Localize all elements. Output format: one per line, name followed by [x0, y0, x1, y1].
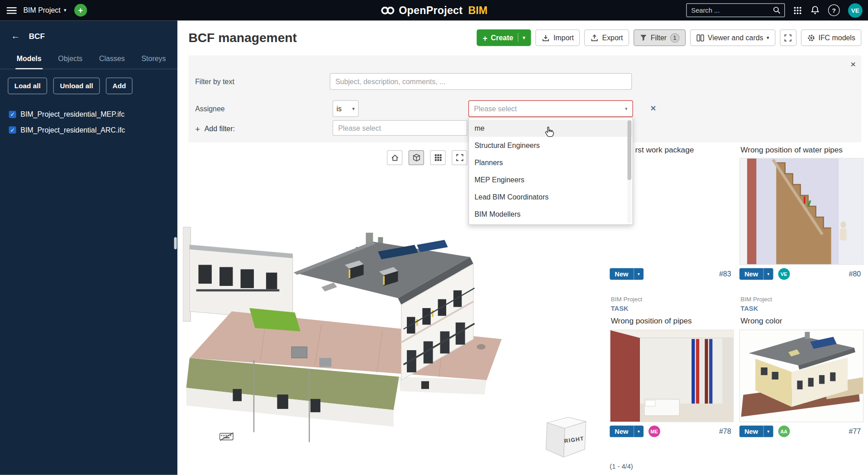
status-button[interactable]: New ▾: [739, 426, 773, 437]
fullscreen-icon: [784, 33, 792, 42]
work-package-id[interactable]: #83: [719, 270, 733, 278]
main-content: BCF management + Create ▾ Import: [177, 20, 868, 475]
list-item[interactable]: ✓ BIM_Project_residential_ARC.ifc: [9, 126, 169, 134]
grid-view-button[interactable]: [430, 150, 445, 165]
dropdown-option-me[interactable]: me: [469, 120, 632, 137]
add-filter-control[interactable]: + Add filter:: [195, 124, 235, 133]
page-toolbar: BCF management + Create ▾ Import: [177, 20, 868, 55]
sidebar-title: BCF: [29, 32, 45, 41]
card-title: Wrong color: [740, 316, 859, 325]
work-package-id[interactable]: #78: [719, 427, 733, 435]
navigation-cube[interactable]: RIGHT: [535, 414, 590, 465]
sidebar-resize-handle[interactable]: [174, 237, 177, 249]
model-checkbox[interactable]: ✓: [9, 111, 16, 118]
viewer-cards-icon: [696, 33, 704, 42]
viewer-mode-button[interactable]: Viewer and cards ▾: [690, 29, 775, 46]
ifc-models-label: IFC models: [818, 33, 855, 42]
notifications-bell-icon[interactable]: [811, 5, 820, 15]
gear-icon: [807, 33, 815, 42]
assignee-operator-select[interactable]: is ▾: [333, 100, 359, 117]
openproject-logo-icon: [381, 5, 395, 15]
create-button[interactable]: + Create ▾: [477, 29, 531, 46]
section-cube-button[interactable]: [409, 150, 424, 165]
ifc-models-button[interactable]: IFC models: [801, 29, 861, 46]
apps-grid-icon[interactable]: [793, 6, 802, 15]
model-checkbox[interactable]: ✓: [9, 126, 16, 133]
tab-objects[interactable]: Objects: [57, 51, 84, 69]
search-icon[interactable]: [773, 6, 781, 14]
add-filter-label: Add filter:: [205, 125, 235, 133]
chevron-down-icon[interactable]: ▾: [763, 268, 773, 280]
filter-count-badge: 1: [670, 33, 680, 43]
search-input[interactable]: [690, 6, 773, 15]
card-thumbnail: [610, 330, 734, 423]
assignee-avatar[interactable]: VE: [778, 268, 790, 280]
card-type: TASK: [740, 305, 859, 313]
logo-brand-text: OpenProject: [399, 4, 463, 16]
expand-view-button[interactable]: [452, 150, 467, 165]
ifc-model-viewport[interactable]: [183, 194, 560, 475]
dropdown-scrollbar-thumb[interactable]: [627, 120, 631, 180]
dropdown-option-lead-bim-coordinators[interactable]: Lead BIM Coordinators: [469, 188, 632, 205]
dropdown-option-mep-engineers[interactable]: MEP Engineers: [469, 171, 632, 188]
close-icon[interactable]: ×: [850, 60, 856, 69]
tab-classes[interactable]: Classes: [98, 51, 126, 69]
work-package-id[interactable]: #77: [849, 427, 863, 435]
chevron-down-icon: ▾: [64, 8, 67, 13]
assignee-value-combobox[interactable]: Please select ▾: [468, 100, 633, 117]
assignee-avatar[interactable]: ME: [649, 426, 660, 437]
chevron-down-icon: ▾: [352, 106, 355, 111]
status-button[interactable]: New ▾: [610, 426, 643, 437]
tab-models[interactable]: Models: [15, 51, 43, 69]
viewer-keyboard-hint-icon[interactable]: [219, 432, 234, 444]
chevron-down-icon[interactable]: ▾: [763, 426, 773, 437]
filter-text-label: Filter by text: [195, 77, 234, 86]
remove-filter-icon[interactable]: ✕: [650, 104, 656, 112]
status-button[interactable]: New ▾: [739, 268, 773, 280]
top-header-bar: BIM Project ▾ + OpenProject BIM: [0, 0, 868, 20]
model-list: ✓ BIM_Project_residential_MEP.ifc ✓ BIM_…: [0, 99, 177, 146]
card-project: BIM Project: [611, 296, 730, 303]
work-package-card[interactable]: BIM Project TASK Wrong position of pipes: [610, 291, 734, 437]
fullscreen-button[interactable]: [780, 29, 796, 46]
logo-suffix-text: BIM: [468, 4, 488, 16]
status-label: New: [610, 426, 633, 437]
bcf-sidebar: ← BCF Models Objects Classes Storeys Loa…: [0, 20, 177, 475]
list-item[interactable]: ✓ BIM_Project_residential_MEP.ifc: [9, 110, 169, 119]
model-name: BIM_Project_residential_ARC.ifc: [20, 126, 125, 134]
work-package-card[interactable]: Wrong position of water pipes: [739, 143, 863, 280]
quick-add-button[interactable]: +: [74, 4, 87, 17]
viewer-mode-label: Viewer and cards: [708, 33, 763, 42]
dropdown-option-structural-engineers[interactable]: Structural Engineers: [469, 137, 632, 154]
back-arrow-icon[interactable]: ←: [11, 31, 20, 41]
assignee-avatar[interactable]: AA: [778, 426, 790, 437]
project-selector[interactable]: BIM Project ▾: [23, 6, 66, 14]
hamburger-menu-icon[interactable]: [7, 7, 17, 14]
grid-icon: [434, 153, 442, 162]
chevron-down-icon[interactable]: ▾: [634, 426, 644, 437]
page-title: BCF management: [188, 30, 297, 45]
filter-button[interactable]: Filter 1: [634, 29, 686, 46]
home-view-button[interactable]: [387, 150, 402, 165]
help-icon[interactable]: ?: [828, 5, 840, 16]
status-button[interactable]: New ▾: [610, 268, 643, 280]
card-title: Wrong position of pipes: [611, 316, 730, 325]
tab-storeys[interactable]: Storeys: [140, 51, 167, 69]
user-avatar[interactable]: VE: [848, 3, 863, 18]
work-package-id[interactable]: #80: [849, 270, 863, 278]
app-logo[interactable]: OpenProject BIM: [381, 4, 487, 16]
import-button[interactable]: Import: [536, 29, 580, 46]
filter-text-input[interactable]: [330, 73, 632, 90]
dropdown-option-planners[interactable]: Planners: [469, 154, 632, 171]
add-filter-select[interactable]: [333, 120, 467, 136]
import-icon: [542, 33, 550, 42]
cards-pagination: (1 - 4/4): [610, 463, 633, 470]
chevron-down-icon[interactable]: ▾: [634, 268, 644, 280]
add-model-button[interactable]: Add: [106, 77, 133, 94]
load-all-button[interactable]: Load all: [8, 77, 47, 94]
dropdown-option-bim-modellers[interactable]: BIM Modellers: [469, 205, 632, 223]
export-button[interactable]: Export: [584, 29, 629, 46]
global-search[interactable]: [686, 3, 785, 17]
unload-all-button[interactable]: Unload all: [53, 77, 100, 94]
work-package-card[interactable]: BIM Project TASK Wrong color: [739, 291, 863, 437]
